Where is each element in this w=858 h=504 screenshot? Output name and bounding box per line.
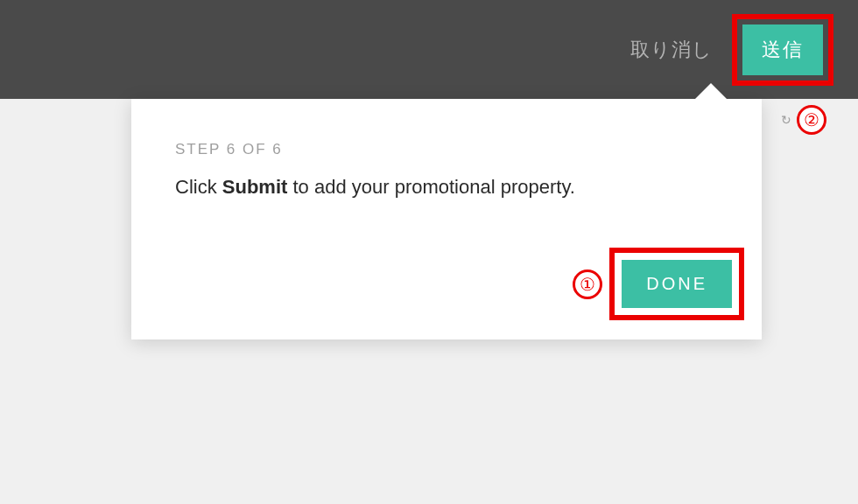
done-button[interactable]: DONE (622, 260, 732, 308)
instruction-prefix: Click (175, 176, 222, 198)
instruction-suffix: to add your promotional property. (287, 176, 575, 198)
instruction-bold: Submit (222, 176, 288, 198)
annotation-two-wrapper: ↻ ② (781, 105, 826, 135)
cancel-link[interactable]: 取り消し (630, 37, 713, 63)
step-label: STEP 6 OF 6 (175, 141, 718, 158)
done-highlight-box: DONE (609, 248, 744, 320)
step-tooltip-card: STEP 6 OF 6 Click Submit to add your pro… (131, 99, 762, 340)
tooltip-arrow (693, 83, 728, 101)
annotation-one: ① (573, 270, 602, 299)
reload-hint-icon: ↻ (781, 113, 791, 127)
header-bar: 取り消し 送信 (0, 0, 858, 99)
annotation-two: ② (797, 105, 826, 135)
submit-highlight-box: 送信 (732, 14, 833, 86)
submit-button[interactable]: 送信 (742, 24, 823, 75)
instruction-text: Click Submit to add your promotional pro… (175, 174, 718, 201)
done-area: ① DONE (573, 248, 744, 320)
